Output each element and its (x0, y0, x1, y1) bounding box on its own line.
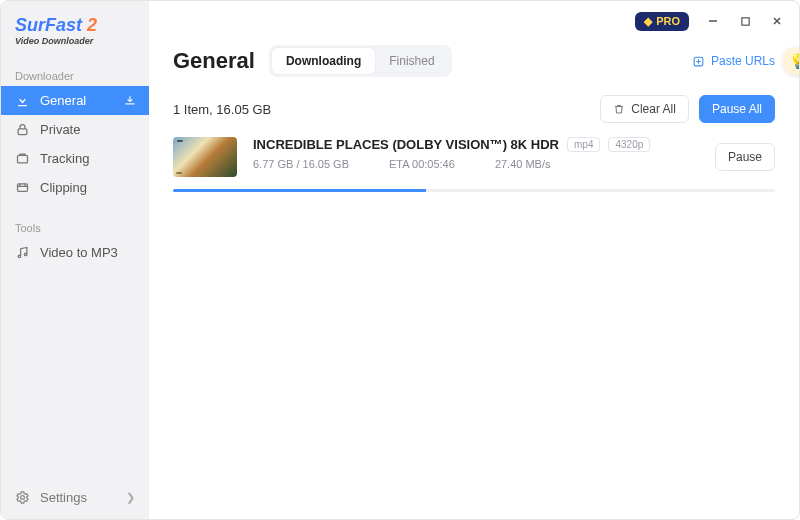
main-panel: ◆ PRO 💡 General Downloading Finished (149, 1, 799, 519)
brand-version: 2 (87, 15, 97, 35)
titlebar: ◆ PRO (149, 1, 799, 41)
download-speed: 27.40 MB/s (495, 158, 551, 170)
svg-rect-0 (18, 129, 27, 135)
maximize-button[interactable] (737, 13, 753, 29)
svg-rect-6 (741, 17, 748, 24)
close-button[interactable] (769, 13, 785, 29)
download-icon (15, 93, 30, 108)
heading-row: General Downloading Finished Paste URLs (149, 41, 799, 89)
download-tray-icon (123, 94, 137, 108)
brand-name: SurFast (15, 15, 82, 35)
sidebar-item-clipping[interactable]: Clipping (1, 173, 149, 202)
clear-all-label: Clear All (631, 102, 676, 116)
download-title: INCREDIBLE PLACES (DOLBY VISION™) 8K HDR (253, 137, 559, 152)
minimize-button[interactable] (705, 13, 721, 29)
sidebar-item-label: Video to MP3 (40, 245, 118, 260)
chevron-right-icon: ❯ (126, 491, 135, 504)
thumbnail (173, 137, 237, 177)
sidebar-item-label: Clipping (40, 180, 87, 195)
paste-urls-label: Paste URLs (711, 54, 775, 68)
tabbar: Downloading Finished (269, 45, 452, 77)
gear-icon (15, 490, 30, 505)
sidebar-item-general[interactable]: General (1, 86, 149, 115)
summary-row: 1 Item, 16.05 GB Clear All Pause All (149, 89, 799, 137)
tab-finished[interactable]: Finished (375, 48, 448, 74)
brand: SurFast 2 Video Downloader (1, 15, 149, 64)
diamond-icon: ◆ (644, 15, 652, 28)
page-title: General (173, 48, 255, 74)
section-downloader: Downloader (1, 64, 149, 86)
section-tools: Tools (1, 216, 149, 238)
quality-badge: 4320p (608, 137, 650, 152)
progress-bar (173, 189, 426, 192)
pause-all-button[interactable]: Pause All (699, 95, 775, 123)
svg-point-5 (21, 496, 25, 500)
settings-button[interactable]: Settings ❯ (1, 476, 149, 519)
svg-point-3 (18, 255, 21, 258)
svg-rect-2 (18, 184, 28, 192)
svg-rect-1 (18, 155, 28, 163)
sidebar-item-video-to-mp3[interactable]: Video to MP3 (1, 238, 149, 267)
download-eta: ETA 00:05:46 (389, 158, 455, 170)
pro-badge[interactable]: ◆ PRO (635, 12, 689, 31)
trash-icon (613, 103, 625, 115)
summary-text: 1 Item, 16.05 GB (173, 102, 271, 117)
sidebar-item-label: Private (40, 122, 80, 137)
sidebar: SurFast 2 Video Downloader Downloader Ge… (1, 1, 149, 519)
download-item: INCREDIBLE PLACES (DOLBY VISION™) 8K HDR… (149, 137, 799, 192)
plus-icon (692, 55, 705, 68)
sidebar-item-tracking[interactable]: Tracking (1, 144, 149, 173)
lock-icon (15, 122, 30, 137)
pro-label: PRO (656, 15, 680, 27)
settings-label: Settings (40, 490, 87, 505)
clear-all-button[interactable]: Clear All (600, 95, 689, 123)
music-icon (15, 245, 30, 260)
film-icon (15, 180, 30, 195)
download-size: 6.77 GB / 16.05 GB (253, 158, 349, 170)
sidebar-item-label: Tracking (40, 151, 89, 166)
brand-subtitle: Video Downloader (15, 36, 135, 46)
pause-all-label: Pause All (712, 102, 762, 116)
progress-track (173, 189, 775, 192)
sidebar-item-label: General (40, 93, 86, 108)
tracking-icon (15, 151, 30, 166)
tab-downloading[interactable]: Downloading (272, 48, 375, 74)
sidebar-item-private[interactable]: Private (1, 115, 149, 144)
pause-button[interactable]: Pause (715, 143, 775, 171)
format-badge: mp4 (567, 137, 600, 152)
bulb-icon: 💡 (789, 53, 801, 69)
app-window: SurFast 2 Video Downloader Downloader Ge… (0, 0, 800, 520)
paste-urls-button[interactable]: Paste URLs (692, 54, 775, 68)
svg-point-4 (24, 253, 27, 256)
